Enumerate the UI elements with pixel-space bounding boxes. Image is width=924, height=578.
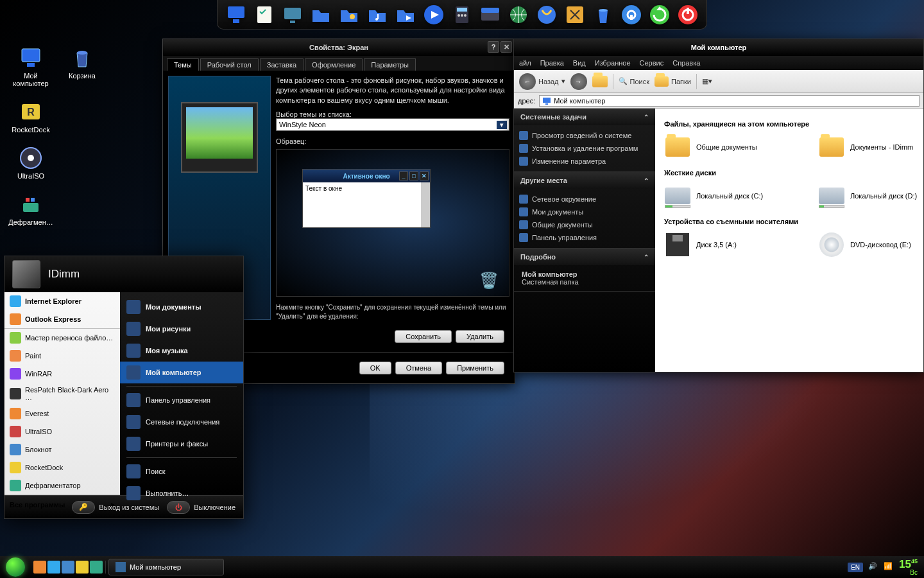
desktop-icon-rocketdock[interactable]: R RocketDock: [5, 99, 56, 134]
recent-ultraiso[interactable]: UltraISO: [4, 423, 120, 441]
recent-paint[interactable]: Paint: [4, 347, 120, 365]
tab-themes[interactable]: Темы: [167, 58, 199, 71]
ql-showdesktop-icon[interactable]: [33, 561, 46, 574]
recent-respatch[interactable]: ResPatch Black-Dark Aero …: [4, 383, 120, 405]
dock-display-icon[interactable]: [280, 3, 305, 27]
shutdown-button[interactable]: ⏻Выключение: [167, 501, 235, 514]
rp-mypics[interactable]: Мои рисунки: [120, 318, 243, 340]
dock-keyboard-icon[interactable]: [478, 3, 502, 27]
ql-explorer-icon[interactable]: [62, 561, 74, 574]
item-dvd-e[interactable]: DVD-дисковод (E:): [818, 232, 923, 258]
item-floppy-a[interactable]: Диск 3,5 (A:): [664, 232, 792, 258]
side-item-mydocs[interactable]: Мои документы: [514, 206, 655, 218]
search-button[interactable]: 🔍 Поиск: [619, 77, 649, 85]
pinned-outlook[interactable]: Outlook Express: [4, 310, 120, 328]
side-item-addremove[interactable]: Установка и удаление программ: [514, 142, 655, 155]
rp-network[interactable]: Сетевые подключения: [120, 411, 243, 433]
tab-screensaver[interactable]: Заставка: [260, 58, 304, 71]
dock-folder-music-icon[interactable]: [365, 3, 389, 27]
tray-network-icon[interactable]: 📶: [884, 562, 894, 572]
recent-winrar[interactable]: WinRAR: [4, 365, 120, 383]
close-button[interactable]: ✕: [501, 41, 512, 53]
forward-button[interactable]: →: [570, 73, 587, 90]
item-drive-c[interactable]: Локальный диск (C:): [664, 183, 792, 209]
logoff-button[interactable]: 🔑Выход из системы: [72, 501, 159, 514]
recent-notepad[interactable]: Блокнот: [4, 441, 120, 459]
recent-everest[interactable]: Everest: [4, 405, 120, 423]
rp-mycomputer[interactable]: Мой компьютер: [120, 362, 243, 383]
help-button[interactable]: ?: [488, 41, 499, 53]
dock-trash-icon[interactable]: [591, 3, 615, 27]
side-item-sysinfo[interactable]: Просмотр сведений о системе: [514, 129, 655, 142]
item-shared-documents[interactable]: Общие документы: [664, 134, 792, 160]
delete-button[interactable]: Удалить: [456, 330, 504, 343]
ql-rocketdock-icon[interactable]: [76, 561, 89, 574]
tab-appearance[interactable]: Оформление: [305, 58, 363, 71]
desktop-icon-recyclebin[interactable]: Корзина: [56, 45, 108, 80]
dock-folder-picture-icon[interactable]: [337, 3, 361, 27]
recent-transfer[interactable]: Мастер переноса файло…: [4, 329, 120, 347]
sidegroup-other-places[interactable]: Другие места⌃: [514, 172, 655, 189]
taskbar-task-mycomputer[interactable]: Мой компьютер: [108, 559, 224, 575]
dock-mycomputer-icon[interactable]: [224, 3, 248, 27]
user-avatar[interactable]: [12, 260, 40, 288]
rp-mymusic[interactable]: Моя музыка: [120, 340, 243, 362]
dock-folder-blue-icon[interactable]: [309, 3, 333, 27]
back-button[interactable]: ←Назад ▾: [519, 73, 565, 90]
desktop-icon-ultraiso[interactable]: UltraISO: [5, 145, 56, 180]
menu-favorites[interactable]: Избранное: [595, 59, 631, 67]
dock-network-icon[interactable]: [506, 3, 531, 27]
rp-printers[interactable]: Принтеры и факсы: [120, 433, 243, 455]
save-button[interactable]: Сохранить: [395, 330, 452, 343]
dock-browser-icon[interactable]: [535, 3, 559, 27]
language-indicator[interactable]: EN: [848, 563, 863, 572]
recent-rocketdock[interactable]: RocketDock: [4, 459, 120, 477]
menu-help[interactable]: Справка: [672, 59, 700, 67]
side-item-changesetting[interactable]: Изменение параметра: [514, 155, 655, 168]
ok-button[interactable]: OK: [359, 362, 391, 374]
menu-file[interactable]: айл: [519, 59, 531, 67]
cancel-button[interactable]: Отмена: [395, 362, 442, 374]
item-user-documents[interactable]: Документы - IDimm: [818, 134, 923, 160]
apply-button[interactable]: Применить: [446, 362, 504, 374]
rp-mydocs[interactable]: Мои документы: [120, 296, 243, 318]
dock-mediaplayer-icon[interactable]: [422, 3, 446, 27]
theme-dropdown[interactable]: WinStyle Neon: [276, 118, 509, 131]
side-item-network[interactable]: Сетевое окружение: [514, 193, 655, 206]
ql-app-icon[interactable]: [90, 561, 103, 574]
tray-volume-icon[interactable]: 🔊: [868, 562, 878, 572]
sidegroup-system-tasks[interactable]: Системные задачи⌃: [514, 109, 655, 125]
up-button[interactable]: [592, 76, 608, 87]
dock-tools-icon[interactable]: [563, 3, 587, 27]
desktop-icon-mycomputer[interactable]: Мой компьютер: [5, 45, 56, 87]
taskbar-clock[interactable]: 1545 Вс: [899, 559, 918, 576]
menu-view[interactable]: Вид: [573, 59, 586, 67]
ql-ie-icon[interactable]: [47, 561, 60, 574]
menu-edit[interactable]: Правка: [540, 59, 564, 67]
dialog-titlebar[interactable]: Свойства: Экран ? ✕: [163, 39, 515, 56]
recent-defrag[interactable]: Дефрагментатор: [4, 477, 120, 495]
side-item-shareddocs[interactable]: Общие документы: [514, 218, 655, 231]
dock-shutdown-icon[interactable]: [676, 3, 700, 27]
dock-lock-icon[interactable]: [619, 3, 644, 27]
dock-folder-video-icon[interactable]: [393, 3, 418, 27]
sidegroup-details[interactable]: Подробно⌃: [514, 249, 655, 265]
rp-controlpanel[interactable]: Панель управления: [120, 389, 243, 411]
menu-tools[interactable]: Сервис: [640, 59, 664, 67]
tab-desktop[interactable]: Рабочий стол: [200, 58, 259, 71]
explorer-titlebar[interactable]: Мой компьютер: [514, 39, 923, 56]
item-drive-d[interactable]: Локальный диск (D:): [818, 183, 923, 209]
views-button[interactable]: ▦▾: [702, 77, 712, 85]
rp-search[interactable]: Поиск: [120, 460, 243, 482]
desktop-icon-defrag[interactable]: Дефрагмен…: [5, 191, 56, 226]
dock-checklist-icon[interactable]: [252, 3, 277, 27]
address-field[interactable]: Мой компьютер: [539, 95, 920, 107]
side-item-controlpanel[interactable]: Панель управления: [514, 231, 655, 244]
tab-settings[interactable]: Параметры: [364, 58, 416, 71]
start-button[interactable]: [3, 557, 28, 577]
pinned-ie[interactable]: Internet Explorer: [4, 292, 120, 310]
dock-restart-icon[interactable]: [647, 3, 672, 27]
dock-calculator-icon[interactable]: [450, 3, 474, 27]
section-heading: Файлы, хранящиеся на этом компьютере: [664, 120, 914, 128]
folders-button[interactable]: Папки: [654, 76, 691, 87]
